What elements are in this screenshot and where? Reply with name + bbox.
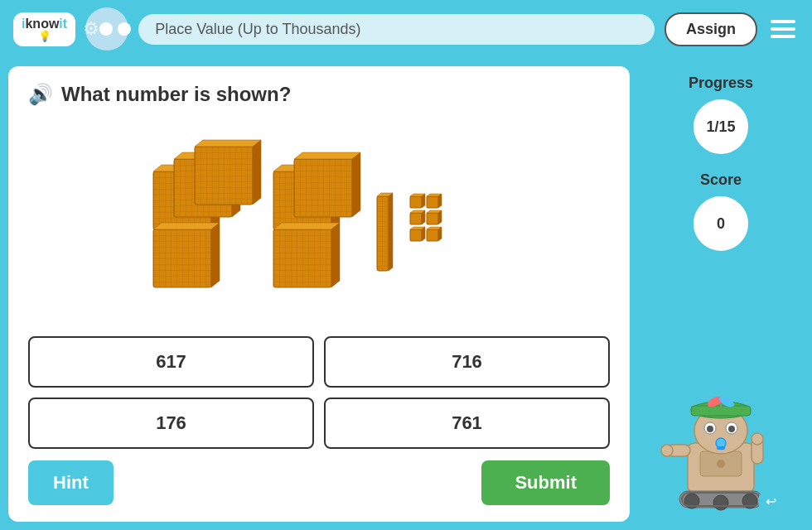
- score-label: Score: [700, 171, 742, 189]
- svg-marker-23: [352, 152, 360, 217]
- svg-rect-38: [410, 213, 422, 224]
- hamburger-line: [771, 20, 795, 23]
- answer-option-2[interactable]: 716: [324, 336, 610, 388]
- lesson-title: Place Value (Up to Thousands): [138, 14, 655, 45]
- progress-label: Progress: [689, 75, 753, 92]
- blocks-visual-area: [28, 114, 610, 328]
- svg-marker-15: [211, 223, 220, 287]
- subject-icon: [85, 7, 128, 51]
- answer-option-3[interactable]: 176: [28, 398, 314, 449]
- speaker-icon[interactable]: 🔊: [28, 83, 53, 106]
- hamburger-line: [771, 27, 795, 31]
- svg-point-68: [752, 433, 763, 445]
- progress-widget: Progress 1/15: [688, 75, 754, 160]
- progress-value: 1/15: [706, 118, 735, 136]
- svg-rect-29: [377, 196, 389, 271]
- question-panel: 🔊 What number is shown?: [8, 66, 630, 522]
- main-layout: 🔊 What number is shown?: [0, 58, 812, 530]
- answer-grid: 617 716 176 761: [28, 336, 610, 449]
- svg-rect-9: [195, 147, 253, 205]
- lesson-title-text: Place Value (Up to Thousands): [155, 21, 360, 37]
- svg-rect-32: [410, 196, 422, 208]
- svg-marker-31: [389, 193, 393, 271]
- assign-button[interactable]: Assign: [665, 12, 757, 46]
- score-widget: Score 0: [688, 171, 754, 257]
- svg-rect-13: [153, 229, 211, 287]
- sidebar: Progress 1/15 Score 0: [638, 66, 804, 522]
- mascot-area: ↩: [659, 268, 783, 513]
- svg-rect-25: [273, 229, 331, 287]
- svg-marker-10: [195, 140, 261, 147]
- bottom-row: Hint Submit: [28, 460, 610, 505]
- svg-marker-34: [422, 194, 425, 208]
- back-arrow-button[interactable]: ↩: [758, 489, 783, 513]
- score-ring: 0: [688, 190, 754, 257]
- svg-rect-35: [427, 196, 438, 208]
- svg-point-61: [707, 426, 713, 432]
- svg-rect-64: [717, 446, 725, 450]
- progress-ring: 1/15: [688, 94, 754, 160]
- svg-rect-21: [294, 159, 352, 217]
- svg-rect-44: [410, 229, 422, 241]
- base10-blocks-svg: [128, 130, 510, 312]
- logo: iknowit 💡: [13, 12, 75, 46]
- back-arrow-icon: ↩: [766, 494, 776, 509]
- svg-marker-43: [438, 210, 442, 224]
- answer-option-4[interactable]: 761: [324, 398, 610, 449]
- svg-point-52: [717, 460, 725, 468]
- svg-marker-26: [273, 223, 340, 229]
- svg-rect-41: [427, 213, 438, 224]
- score-value: 0: [717, 215, 725, 233]
- svg-point-62: [728, 426, 735, 432]
- hamburger-line: [771, 35, 795, 38]
- svg-marker-49: [438, 227, 442, 241]
- svg-marker-37: [438, 194, 442, 208]
- svg-marker-14: [153, 223, 220, 229]
- svg-point-66: [661, 445, 673, 456]
- svg-rect-47: [427, 229, 438, 241]
- svg-marker-46: [422, 227, 425, 241]
- svg-marker-27: [331, 223, 340, 287]
- svg-marker-22: [294, 152, 360, 159]
- question-header: 🔊 What number is shown?: [28, 83, 610, 106]
- svg-marker-11: [253, 140, 261, 205]
- svg-point-71: [713, 495, 728, 510]
- header: iknowit 💡 Place Value (Up to Thousands) …: [0, 0, 812, 58]
- submit-button[interactable]: Submit: [481, 460, 610, 505]
- menu-button[interactable]: [767, 17, 799, 41]
- answer-option-1[interactable]: 617: [28, 336, 314, 388]
- question-text: What number is shown?: [61, 83, 291, 106]
- hint-button[interactable]: Hint: [28, 460, 114, 505]
- svg-marker-40: [422, 210, 425, 224]
